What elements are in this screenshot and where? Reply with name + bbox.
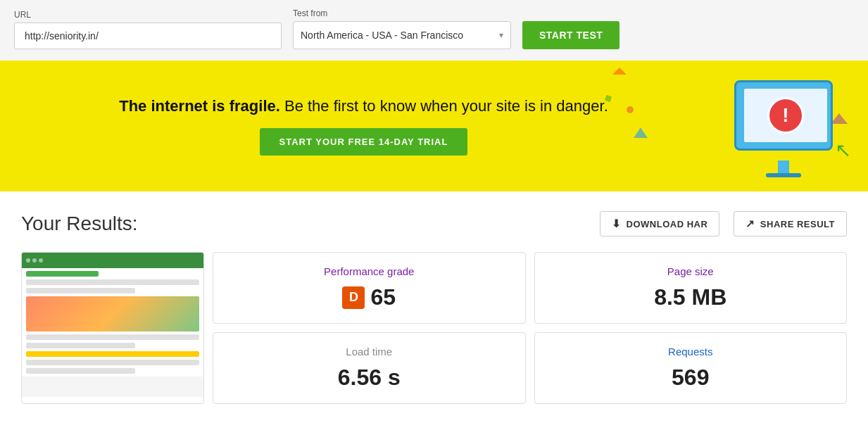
grade-badge: D bbox=[342, 286, 365, 309]
ss-row-1 bbox=[26, 271, 99, 277]
test-from-wrapper[interactable]: North America - USA - San Francisco Euro… bbox=[293, 21, 511, 49]
metric-card-pagesize: Page size 8.5 MB bbox=[534, 252, 848, 324]
ss-row-3 bbox=[26, 288, 135, 293]
ss-yellow-bar bbox=[26, 351, 199, 357]
results-title: Your Results: bbox=[21, 213, 586, 235]
share-icon: ↗ bbox=[746, 217, 755, 230]
url-input[interactable] bbox=[14, 23, 282, 49]
metric-card-loadtime: Load time 6.56 s bbox=[213, 332, 526, 404]
chevron-down-icon: ▾ bbox=[499, 30, 503, 40]
alert-exclamation-icon: ! bbox=[782, 106, 788, 125]
ss-bar bbox=[22, 253, 203, 268]
banner: The internet is fragile. Be the first to… bbox=[0, 61, 868, 191]
url-label: URL bbox=[14, 10, 282, 20]
ss-content bbox=[22, 268, 203, 377]
ss-dot-1 bbox=[26, 258, 30, 263]
ss-dot-3 bbox=[39, 258, 43, 263]
top-bar: URL Test from North America - USA - San … bbox=[0, 0, 868, 61]
download-har-button[interactable]: ⬇ DOWNLOAD HAR bbox=[600, 211, 719, 236]
url-field-group: URL bbox=[14, 10, 282, 49]
monitor-screen: ! bbox=[744, 89, 827, 142]
ss-row-2 bbox=[26, 279, 199, 285]
banner-bold-text: The internet is fragile. bbox=[119, 97, 280, 115]
test-from-label: Test from bbox=[293, 8, 511, 18]
test-from-field-group: Test from North America - USA - San Fran… bbox=[293, 8, 511, 49]
ss-dot-2 bbox=[32, 258, 37, 263]
banner-normal-text: Be the first to know when your site is i… bbox=[280, 97, 608, 115]
monitor-base bbox=[766, 173, 801, 177]
performance-score: 65 bbox=[370, 284, 396, 310]
screenshot-card bbox=[21, 252, 204, 404]
screenshot-placeholder bbox=[22, 253, 203, 397]
results-header: Your Results: ⬇ DOWNLOAD HAR ↗ SHARE RES… bbox=[21, 211, 847, 236]
results-grid: Performance grade D 65 Page size 8.5 MB … bbox=[21, 252, 847, 404]
banner-text: The internet is fragile. Be the first to… bbox=[14, 97, 713, 115]
results-section: Your Results: ⬇ DOWNLOAD HAR ↗ SHARE RES… bbox=[0, 191, 868, 424]
test-from-select[interactable]: North America - USA - San Francisco Euro… bbox=[301, 30, 496, 41]
monitor-illustration: ! ↖ bbox=[727, 80, 854, 172]
ss-row-7 bbox=[26, 368, 135, 374]
download-icon: ⬇ bbox=[612, 217, 622, 230]
start-test-button[interactable]: START TEST bbox=[522, 21, 619, 49]
ss-img-area bbox=[26, 296, 199, 332]
ss-row-6 bbox=[26, 360, 199, 365]
alert-circle: ! bbox=[767, 97, 804, 134]
cursor-icon: ↖ bbox=[835, 139, 851, 162]
share-result-button[interactable]: ↗ SHARE RESULT bbox=[734, 211, 847, 236]
performance-value: D 65 bbox=[342, 284, 396, 310]
trial-button[interactable]: START YOUR FREE 14-DAY TRIAL bbox=[260, 128, 468, 156]
performance-label: Performance grade bbox=[324, 265, 414, 277]
metric-card-requests: Requests 569 bbox=[534, 332, 848, 404]
loadtime-label: Load time bbox=[346, 346, 392, 358]
pagesize-label: Page size bbox=[667, 265, 714, 277]
ss-row-5 bbox=[26, 343, 135, 348]
banner-content: The internet is fragile. Be the first to… bbox=[14, 97, 713, 156]
pagesize-value: 8.5 MB bbox=[654, 284, 727, 310]
screenshot-inner bbox=[22, 253, 203, 397]
metrics-grid: Performance grade D 65 Page size 8.5 MB … bbox=[213, 252, 847, 404]
svg-marker-0 bbox=[612, 68, 627, 75]
download-har-label: DOWNLOAD HAR bbox=[627, 219, 708, 229]
monitor-stand bbox=[778, 160, 789, 173]
loadtime-value: 6.56 s bbox=[338, 365, 401, 391]
requests-value: 569 bbox=[672, 365, 709, 391]
share-result-label: SHARE RESULT bbox=[760, 219, 835, 229]
metric-card-performance: Performance grade D 65 bbox=[213, 252, 526, 324]
monitor-body: ! bbox=[734, 80, 833, 151]
requests-label: Requests bbox=[668, 346, 712, 358]
ss-row-4 bbox=[26, 334, 199, 340]
